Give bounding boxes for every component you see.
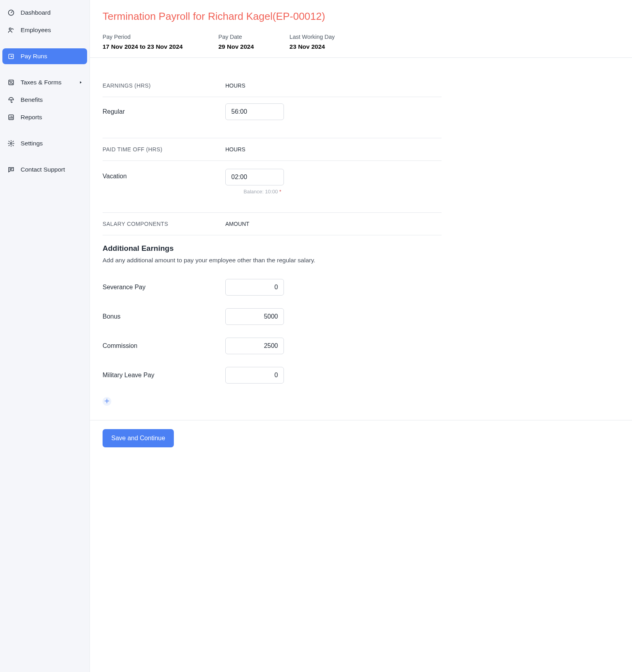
earnings-header-left: EARNINGS (HRS) bbox=[103, 82, 225, 89]
military-leave-row: Military Leave Pay bbox=[103, 361, 442, 390]
gear-icon bbox=[7, 139, 15, 147]
footer-bar: Save and Continue bbox=[90, 420, 632, 456]
sidebar-item-taxes-forms[interactable]: Taxes & Forms bbox=[2, 74, 87, 90]
sidebar-item-contact-support[interactable]: Contact Support bbox=[2, 162, 87, 178]
salary-header: SALARY COMPONENTS AMOUNT bbox=[103, 213, 442, 235]
earnings-regular-label: Regular bbox=[103, 108, 225, 115]
calendar-arrow-icon bbox=[7, 52, 15, 60]
svg-point-7 bbox=[10, 143, 12, 145]
pay-period-value: 17 Nov 2024 to 23 Nov 2024 bbox=[103, 43, 183, 50]
bonus-input[interactable] bbox=[225, 308, 284, 325]
severance-pay-row: Severance Pay bbox=[103, 273, 442, 302]
gauge-icon bbox=[7, 9, 15, 17]
sidebar-item-label: Contact Support bbox=[21, 166, 65, 173]
severance-pay-input[interactable] bbox=[225, 279, 284, 296]
save-continue-button[interactable]: Save and Continue bbox=[103, 429, 174, 447]
sidebar-item-employees[interactable]: Employees bbox=[2, 22, 87, 38]
salary-header-right: AMOUNT bbox=[225, 221, 285, 227]
earnings-regular-input[interactable] bbox=[225, 103, 284, 120]
sidebar-item-reports[interactable]: Reports bbox=[2, 109, 87, 125]
commission-input[interactable] bbox=[225, 338, 284, 354]
military-leave-label: Military Leave Pay bbox=[103, 372, 225, 379]
earnings-header-right: HOURS bbox=[225, 82, 285, 89]
pto-header-left: PAID TIME OFF (HRS) bbox=[103, 146, 225, 153]
svg-point-5 bbox=[12, 83, 13, 84]
caret-right-icon bbox=[79, 81, 82, 84]
asterisk-icon: * bbox=[279, 189, 281, 195]
pay-date-label: Pay Date bbox=[218, 34, 254, 40]
users-icon bbox=[7, 26, 15, 34]
page-title: Termination Payroll for Richard Kagel(EP… bbox=[103, 10, 619, 23]
severance-pay-label: Severance Pay bbox=[103, 284, 225, 291]
pto-header: PAID TIME OFF (HRS) HOURS bbox=[103, 138, 442, 161]
pay-period-label: Pay Period bbox=[103, 34, 183, 40]
umbrella-icon bbox=[7, 96, 15, 104]
bar-chart-icon bbox=[7, 113, 15, 121]
plus-icon bbox=[105, 398, 109, 405]
additional-earnings-description: Add any additional amount to pay your em… bbox=[103, 257, 442, 264]
sidebar-item-label: Taxes & Forms bbox=[21, 79, 61, 86]
military-leave-input[interactable] bbox=[225, 367, 284, 384]
pto-header-right: HOURS bbox=[225, 146, 285, 153]
sidebar-item-pay-runs[interactable]: Pay Runs bbox=[2, 48, 87, 64]
sidebar-item-benefits[interactable]: Benefits bbox=[2, 92, 87, 108]
commission-row: Commission bbox=[103, 331, 442, 361]
earnings-header: EARNINGS (HRS) HOURS bbox=[103, 74, 442, 97]
salary-header-left: SALARY COMPONENTS bbox=[103, 221, 225, 227]
pto-balance-text: Balance: 10:00 bbox=[244, 189, 279, 195]
sidebar-item-label: Dashboard bbox=[21, 9, 51, 16]
main-content: Termination Payroll for Richard Kagel(EP… bbox=[90, 0, 632, 672]
sidebar: Dashboard Employees Pay Runs Taxes & For… bbox=[0, 0, 90, 672]
bonus-label: Bonus bbox=[103, 313, 225, 320]
pto-vacation-row: Vacation Balance: 10:00 * bbox=[103, 161, 442, 201]
earnings-regular-row: Regular bbox=[103, 97, 442, 126]
sidebar-item-label: Settings bbox=[21, 140, 43, 147]
sidebar-item-label: Reports bbox=[21, 114, 42, 121]
sidebar-item-label: Employees bbox=[21, 27, 51, 34]
svg-point-1 bbox=[9, 28, 11, 30]
commission-label: Commission bbox=[103, 342, 225, 349]
last-working-day-value: 23 Nov 2024 bbox=[289, 43, 335, 50]
sidebar-item-label: Benefits bbox=[21, 96, 43, 103]
pto-balance-note: Balance: 10:00 * bbox=[244, 189, 284, 195]
bonus-row: Bonus bbox=[103, 302, 442, 331]
last-working-day-label: Last Working Day bbox=[289, 34, 335, 40]
percent-icon bbox=[7, 78, 15, 86]
chat-icon bbox=[7, 166, 15, 174]
svg-point-4 bbox=[10, 81, 11, 82]
additional-earnings-heading: Additional Earnings bbox=[103, 244, 442, 253]
sidebar-item-settings[interactable]: Settings bbox=[2, 136, 87, 151]
sidebar-item-label: Pay Runs bbox=[21, 53, 47, 60]
pay-summary-row: Pay Period 17 Nov 2024 to 23 Nov 2024 Pa… bbox=[103, 34, 619, 50]
pto-vacation-input[interactable] bbox=[225, 169, 284, 185]
pay-date-value: 29 Nov 2024 bbox=[218, 43, 254, 50]
add-earning-button[interactable] bbox=[103, 397, 111, 406]
pto-vacation-label: Vacation bbox=[103, 169, 225, 180]
sidebar-item-dashboard[interactable]: Dashboard bbox=[2, 5, 87, 21]
